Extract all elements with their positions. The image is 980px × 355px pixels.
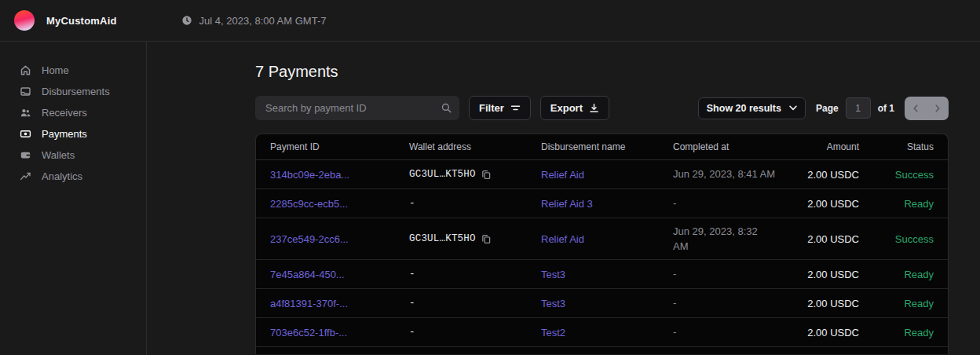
sidebar-item-disbursements[interactable]: Disbursements [0,81,146,102]
table-header: Payment ID Wallet address Disbursement n… [256,134,948,160]
sidebar-item-payments[interactable]: Payments [0,123,146,145]
sidebar-item-label: Analytics [42,170,82,182]
status-badge: Ready [859,198,934,210]
receivers-icon [20,107,31,119]
table-row[interactable]: 2285c9cc-ecb5... - Relief Aid 3 - 2.00 U… [256,189,948,218]
sidebar-item-label: Disbursements [42,86,110,97]
sidebar-item-label: Receivers [42,107,87,119]
wallet-address-cell: - [409,269,541,280]
current-datetime: Jul 4, 2023, 8:00 AM GMT-7 [181,15,327,27]
search-icon [441,103,452,113]
amount: 2.00 USDC [783,169,859,181]
table-row [256,347,948,354]
chevron-down-icon [789,105,797,111]
completed-at: Jun 29, 2023, 8:32 AM [673,224,761,254]
brand-logo-icon [14,10,35,31]
filter-button-label: Filter [479,102,504,114]
copy-icon[interactable] [481,170,491,180]
completed-at: Jun 29, 2023, 8:41 AM [673,167,783,182]
search-box [255,96,459,120]
disbursements-icon [20,86,31,97]
disbursement-link[interactable]: Test3 [541,298,673,309]
table-row[interactable]: 314bc09e-2eba... GC3UL…KT5HO Relief Aid … [256,160,948,189]
disbursement-link[interactable]: Relief Aid [541,233,673,245]
wallet-address: - [409,269,415,280]
status-badge: Success [859,169,934,181]
payment-id-link[interactable]: 2285c9cc-ecb5... [270,198,409,210]
wallet-address-cell: GC3UL…KT5HO [409,233,541,244]
payment-id-link[interactable]: 7e45a864-450... [270,269,409,280]
main-content: 7 Payments Filter [147,42,980,355]
amount: 2.00 USDC [783,233,859,245]
status-badge: Ready [859,269,934,280]
pagination [905,97,949,120]
page-input[interactable] [846,97,871,119]
sidebar-item-home[interactable]: Home [0,60,146,81]
completed-at: - [673,295,783,311]
download-icon [589,103,599,113]
sidebar-item-wallets[interactable]: Wallets [0,145,146,166]
sidebar: Home Disbursements Receivers [0,42,147,355]
export-button[interactable]: Export [540,96,609,120]
payments-icon [20,128,31,140]
sidebar-item-receivers[interactable]: Receivers [0,102,146,123]
export-button-label: Export [550,102,583,114]
wallet-address-cell: - [409,327,541,338]
column-header-status: Status [859,141,934,152]
status-badge: Success [859,233,934,245]
status-badge: Ready [859,327,934,339]
column-header-disbursement-name: Disbursement name [541,141,673,152]
wallet-address-cell: - [409,198,541,209]
disbursement-link[interactable]: Relief Aid 3 [541,198,673,210]
app-root: MyCustomAid Jul 4, 2023, 8:00 AM GMT-7 H… [0,0,980,355]
page-label: Page [816,103,839,114]
status-badge: Ready [859,298,934,309]
current-datetime-text: Jul 4, 2023, 8:00 AM GMT-7 [199,15,327,27]
column-header-payment-id: Payment ID [270,141,409,152]
clock-icon [181,15,192,26]
payment-id-link[interactable]: 237ce549-2cc6... [270,233,409,245]
copy-icon[interactable] [481,234,491,244]
wallet-address: - [409,198,415,209]
table-row[interactable]: 7e45a864-450... - Test3 - 2.00 USDC Read… [256,260,948,289]
wallet-address-cell: - [409,298,541,309]
sidebar-item-label: Payments [42,128,87,140]
sidebar-item-label: Wallets [42,149,75,161]
prev-page-button[interactable] [905,97,927,120]
table-row[interactable]: 237ce549-2cc6... GC3UL…KT5HO Relief Aid … [256,218,948,260]
shell: Home Disbursements Receivers [0,42,980,355]
completed-at: - [673,196,783,211]
filter-button[interactable]: Filter [469,96,531,120]
results-per-page-select[interactable]: Show 20 results [698,97,806,119]
payment-id-link[interactable]: 314bc09e-2eba... [270,169,409,181]
chevron-left-icon [912,104,919,112]
payment-id-link[interactable]: a4f81391-370f-... [270,298,409,309]
next-page-button[interactable] [927,97,949,120]
payments-table: Payment ID Wallet address Disbursement n… [255,134,949,354]
wallets-icon [20,149,31,161]
wallet-address: GC3UL…KT5HO [409,233,476,244]
search-input[interactable] [255,96,459,120]
column-header-completed-at: Completed at [673,141,783,152]
table-row[interactable]: a4f81391-370f-... - Test3 - 2.00 USDC Re… [256,289,948,318]
disbursement-link[interactable]: Test2 [541,327,673,339]
column-header-wallet-address: Wallet address [409,141,541,152]
column-header-amount: Amount [783,141,859,152]
payment-id-link[interactable]: 703e6c52-1ffb-... [270,327,409,339]
analytics-icon [20,170,31,182]
page-title: 7 Payments [255,62,948,82]
wallet-address: - [409,327,415,338]
page-of-total: of 1 [878,103,894,114]
results-per-page-value: Show 20 results [707,103,781,114]
topbar: MyCustomAid Jul 4, 2023, 8:00 AM GMT-7 [0,0,980,42]
sidebar-item-label: Home [42,64,69,76]
table-row[interactable]: 703e6c52-1ffb-... - Test2 - 2.00 USDC Re… [256,318,948,347]
chevron-right-icon [934,104,941,112]
disbursement-link[interactable]: Test3 [541,269,673,280]
sidebar-item-analytics[interactable]: Analytics [0,166,146,187]
wallet-address: GC3UL…KT5HO [409,169,476,180]
amount: 2.00 USDC [783,298,859,309]
disbursement-link[interactable]: Relief Aid [541,169,673,181]
amount: 2.00 USDC [783,269,859,280]
amount: 2.00 USDC [783,327,859,339]
